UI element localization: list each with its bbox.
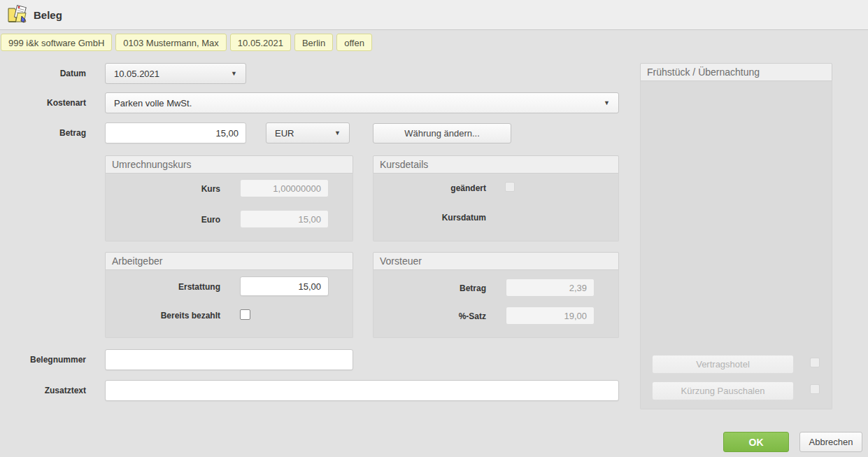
chevron-down-icon: ▼ xyxy=(231,70,237,77)
kursdatum-label: Kursdatum xyxy=(373,213,486,223)
vorsteuer-group-title: Vorsteuer xyxy=(373,252,619,270)
geaendert-checkbox xyxy=(505,182,515,192)
beleg-dialog: Beleg 999 i&k software GmbH 0103 Musterm… xyxy=(0,0,868,457)
vorsteuer-betrag-input xyxy=(506,279,595,297)
bereits-bezahlt-label: Bereits bezahlt xyxy=(105,311,220,321)
change-currency-button[interactable]: Währung ändern... xyxy=(373,123,511,143)
kuerzung-pauschalen-checkbox xyxy=(810,384,820,394)
chip-date: 10.05.2021 xyxy=(230,34,291,51)
kostenart-value: Parken volle MwSt. xyxy=(114,98,192,108)
arbeitgeber-group-title: Arbeitgeber xyxy=(105,252,353,270)
arbeitgeber-group: Arbeitgeber Erstattung Bereits bezahlt xyxy=(105,252,353,338)
vertragshotel-checkbox xyxy=(810,358,820,367)
cancel-button[interactable]: Abbrechen xyxy=(799,432,862,452)
datum-value: 10.05.2021 xyxy=(114,69,159,79)
chevron-down-icon: ▼ xyxy=(334,129,341,136)
currency-dropdown[interactable]: EUR ▼ xyxy=(266,122,350,143)
umrechnungskurs-group-title: Umrechnungskurs xyxy=(105,155,353,174)
chip-status: offen xyxy=(336,34,372,51)
erstattung-label: Erstattung xyxy=(105,282,220,292)
kostenart-dropdown[interactable]: Parken volle MwSt. ▼ xyxy=(105,92,619,113)
fruehstueck-uebernachtung-panel: Frühstück / Übernachtung Vertragshotel K… xyxy=(640,63,832,409)
chip-company: 999 i&k software GmbH xyxy=(1,34,112,51)
zusatztext-label: Zusatztext xyxy=(0,386,86,395)
vorsteuer-group: Vorsteuer Betrag %-Satz xyxy=(373,252,619,338)
euro-label: Euro xyxy=(105,215,220,225)
bereits-bezahlt-checkbox[interactable] xyxy=(240,309,250,320)
vorsteuer-satz-input xyxy=(506,307,595,325)
erstattung-input[interactable] xyxy=(240,276,329,296)
vorsteuer-satz-label: %-Satz xyxy=(373,311,486,321)
page-title: Beleg xyxy=(34,0,62,30)
vorsteuer-betrag-label: Betrag xyxy=(373,283,486,293)
kursdetails-group-title: Kursdetails xyxy=(373,155,619,174)
chevron-down-icon: ▼ xyxy=(604,99,610,106)
kuerzung-pauschalen-button: Kürzung Pauschalen xyxy=(652,381,794,400)
title-bar: Beleg xyxy=(0,0,868,30)
euro-input xyxy=(240,210,329,228)
vertragshotel-button: Vertragshotel xyxy=(652,355,794,374)
belegnummer-label: Belegnummer xyxy=(0,355,86,365)
zusatztext-input[interactable] xyxy=(105,380,619,401)
kursdetails-group: Kursdetails geändert Kursdatum xyxy=(373,155,619,241)
chip-city: Berlin xyxy=(294,34,333,51)
currency-value: EUR xyxy=(275,128,294,139)
kurs-label: Kurs xyxy=(105,184,220,194)
beleg-folder-icon xyxy=(7,3,29,26)
ok-button[interactable]: OK xyxy=(723,432,789,452)
datum-label: Datum xyxy=(0,69,86,78)
datum-dropdown[interactable]: 10.05.2021 ▼ xyxy=(105,63,246,84)
kurs-input xyxy=(240,179,329,197)
kostenart-label: Kostenart xyxy=(0,98,86,108)
geaendert-label: geändert xyxy=(373,183,486,193)
belegnummer-input[interactable] xyxy=(105,349,353,370)
chip-person: 0103 Mustermann, Max xyxy=(115,34,227,51)
umrechnungskurs-group: Umrechnungskurs Kurs Euro xyxy=(105,155,353,241)
fruehstueck-uebernachtung-title: Frühstück / Übernachtung xyxy=(640,63,832,81)
context-chips: 999 i&k software GmbH 0103 Mustermann, M… xyxy=(1,34,372,51)
betrag-input[interactable] xyxy=(105,122,246,143)
betrag-label: Betrag xyxy=(0,128,86,138)
